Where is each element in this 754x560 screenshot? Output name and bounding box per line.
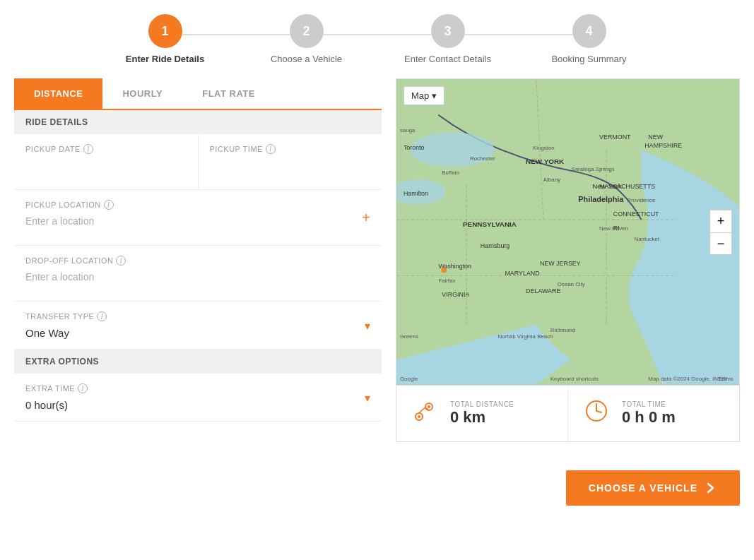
step-4-circle: 4 <box>572 14 606 48</box>
step-1-circle: 1 <box>148 14 182 48</box>
pickup-time-field: PICKUP TIME i <box>199 134 382 189</box>
svg-text:Map data ©2024 Google, INEGI: Map data ©2024 Google, INEGI <box>648 376 727 382</box>
total-distance-item: TOTAL DISTANCE 0 km <box>396 386 568 441</box>
svg-text:Buffalo: Buffalo <box>442 169 459 176</box>
pickup-date-label: PICKUP DATE i <box>25 144 187 154</box>
pickup-location-field: PICKUP LOCATION i Enter a location + <box>14 190 382 246</box>
svg-text:Albany: Albany <box>543 177 560 183</box>
datetime-row: PICKUP DATE i PICKUP TIME i <box>14 134 382 190</box>
map-svg: VERMONT NEW HAMPSHIRE NEW YORK MASSACHUS… <box>396 79 739 385</box>
pickup-date-info-icon: i <box>83 144 93 154</box>
zoom-in-button[interactable]: + <box>709 210 732 232</box>
svg-text:Rochester: Rochester <box>470 155 495 162</box>
map-dropdown-icon: ▾ <box>432 90 437 101</box>
pickup-time-label: PICKUP TIME i <box>210 144 371 154</box>
pickup-date-value[interactable] <box>25 160 187 179</box>
tab-bar: DISTANCE HOURLY FLAT RATE <box>14 78 382 110</box>
svg-text:Saratoga Springs: Saratoga Springs <box>571 166 614 172</box>
dropoff-location-input[interactable]: Enter a location <box>25 271 370 291</box>
step-3-label: Enter Contact Details <box>404 54 491 64</box>
ride-details-header: RIDE DETAILS <box>14 110 382 134</box>
map-type-button[interactable]: Map ▾ <box>403 86 444 105</box>
stats-row: TOTAL DISTANCE 0 km TOTAL TIME 0 h 0 m <box>396 386 740 442</box>
svg-text:HAMPSHIRE: HAMPSHIRE <box>644 142 682 149</box>
step-2-circle: 2 <box>290 14 324 48</box>
extra-time-info-icon: i <box>78 383 88 393</box>
right-panel: VERMONT NEW HAMPSHIRE NEW YORK MASSACHUS… <box>396 78 740 442</box>
svg-text:NEW: NEW <box>648 133 663 141</box>
transfer-type-label: TRANSFER TYPE i <box>25 311 370 321</box>
dropoff-location-field: DROP-OFF LOCATION i Enter a location <box>14 246 382 302</box>
svg-text:Fairfax: Fairfax <box>438 278 455 284</box>
step-4: 4 Booking Summary <box>519 14 660 64</box>
tab-flatrate[interactable]: FLAT RATE <box>182 78 275 109</box>
dropoff-location-label: DROP-OFF LOCATION i <box>25 256 370 266</box>
extra-options-header: EXTRA OPTIONS <box>14 350 382 374</box>
total-time-item: TOTAL TIME 0 h 0 m <box>568 386 739 441</box>
step-4-label: Booking Summary <box>551 54 626 64</box>
step-1-label: Enter Ride Details <box>126 54 204 64</box>
stepper: 1 Enter Ride Details 2 Choose a Vehicle … <box>0 0 754 71</box>
svg-point-44 <box>441 267 447 273</box>
svg-text:MARYLAND: MARYLAND <box>505 270 539 277</box>
svg-text:PENNSYLVANIA: PENNSYLVANIA <box>463 220 517 228</box>
extra-time-field[interactable]: EXTRA TIME i 0 hour(s) ▾ <box>14 374 382 422</box>
pickup-location-input[interactable]: Enter a location <box>25 215 370 235</box>
transfer-type-field[interactable]: TRANSFER TYPE i One Way ▾ <box>14 302 382 350</box>
pickup-time-value[interactable] <box>210 160 371 179</box>
step-2-label: Choose a Vehicle <box>271 54 342 64</box>
svg-point-46 <box>418 415 420 418</box>
pickup-location-info-icon: i <box>104 200 114 210</box>
svg-text:NEW JERSEY: NEW JERSEY <box>540 260 581 267</box>
dropoff-location-info-icon: i <box>116 256 126 266</box>
map-button-label: Map <box>411 90 429 101</box>
svg-text:VIRGINIA: VIRGINIA <box>442 291 469 298</box>
step-3-circle: 3 <box>431 14 465 48</box>
svg-text:NEW YORK: NEW YORK <box>526 157 565 165</box>
svg-text:Terms: Terms <box>718 376 734 382</box>
step-1: 1 Enter Ride Details <box>95 14 236 64</box>
extra-time-label: EXTRA TIME i <box>25 383 370 393</box>
svg-text:Harrisburg: Harrisburg <box>481 242 510 249</box>
transfer-type-info-icon: i <box>97 311 107 321</box>
left-panel: DISTANCE HOURLY FLAT RATE RIDE DETAILS P… <box>14 78 382 442</box>
add-location-button[interactable]: + <box>362 210 370 225</box>
svg-text:sauga: sauga <box>400 127 416 133</box>
pickup-date-field: PICKUP DATE i <box>14 134 199 189</box>
svg-text:Kingston: Kingston <box>533 145 555 151</box>
extra-time-chevron-icon: ▾ <box>365 391 370 404</box>
choose-vehicle-button[interactable]: CHOOSE A VEHICLE <box>566 470 740 506</box>
svg-text:New Haven: New Haven <box>599 225 628 232</box>
pickup-location-label: PICKUP LOCATION i <box>25 200 370 210</box>
tab-hourly[interactable]: HOURLY <box>102 78 182 109</box>
svg-text:Hamilton: Hamilton <box>403 190 428 197</box>
map-container[interactable]: VERMONT NEW HAMPSHIRE NEW YORK MASSACHUS… <box>396 78 740 386</box>
step-3: 3 Enter Contact Details <box>377 14 519 64</box>
time-text: TOTAL TIME 0 h 0 m <box>622 400 676 427</box>
distance-text: TOTAL DISTANCE 0 km <box>450 400 514 427</box>
svg-point-48 <box>428 405 430 408</box>
choose-vehicle-label: CHOOSE A VEHICLE <box>589 482 697 494</box>
svg-line-51 <box>596 411 601 412</box>
arrow-right-icon <box>705 482 717 494</box>
transfer-type-chevron-icon: ▾ <box>365 318 370 332</box>
distance-icon <box>411 397 439 430</box>
svg-text:Toronto: Toronto <box>403 144 425 151</box>
svg-text:DELAWARE: DELAWARE <box>526 287 560 294</box>
distance-label: TOTAL DISTANCE <box>450 400 514 408</box>
svg-text:VERMONT: VERMONT <box>599 133 631 141</box>
svg-text:Providence: Providence <box>628 197 656 203</box>
tab-distance[interactable]: DISTANCE <box>14 78 102 109</box>
cta-area: CHOOSE A VEHICLE <box>0 456 754 520</box>
svg-text:Norfolk Virginia Beach: Norfolk Virginia Beach <box>498 333 553 340</box>
svg-text:Richmond: Richmond <box>550 327 576 333</box>
extra-time-value: 0 hour(s) <box>25 399 370 411</box>
zoom-out-button[interactable]: − <box>709 232 732 255</box>
step-2: 2 Choose a Vehicle <box>236 14 377 64</box>
svg-text:Keyboard shortcuts: Keyboard shortcuts <box>550 376 599 382</box>
map-zoom-controls: + − <box>709 210 732 255</box>
svg-text:Google: Google <box>400 376 418 382</box>
transfer-type-value: One Way <box>25 327 370 339</box>
distance-value: 0 km <box>450 408 514 427</box>
main-content: DISTANCE HOURLY FLAT RATE RIDE DETAILS P… <box>0 71 754 456</box>
